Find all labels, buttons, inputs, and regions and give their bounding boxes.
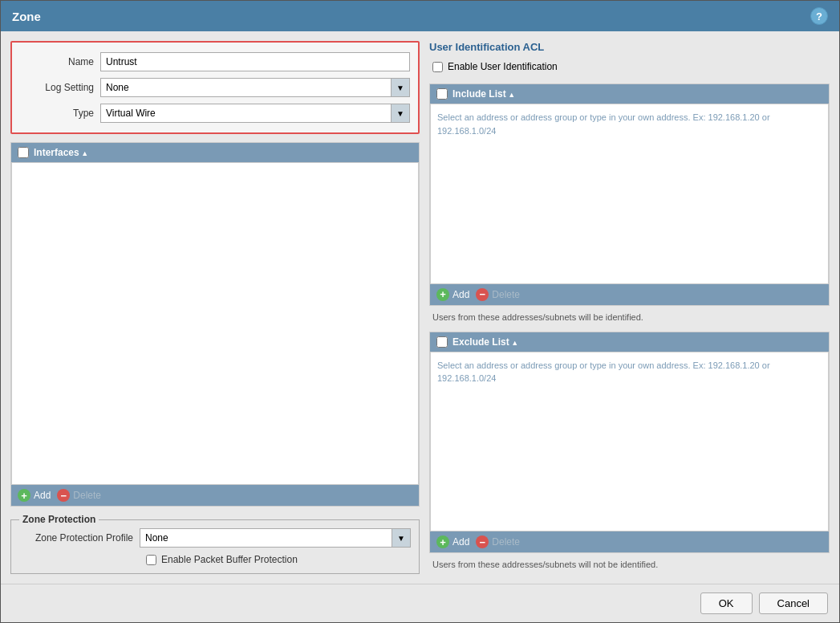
zone-protection-profile-row: Zone Protection Profile None ▼ bbox=[19, 528, 411, 548]
help-icon: ? bbox=[816, 10, 822, 22]
enable-user-id-row: Enable User Identification bbox=[432, 61, 830, 72]
zone-protection-title: Zone Protection bbox=[19, 514, 99, 525]
include-list-sort-icon[interactable] bbox=[506, 88, 515, 100]
exclude-list-toolbar: + Add − Delete bbox=[430, 531, 829, 552]
name-row: Name bbox=[20, 52, 410, 71]
interfaces-delete-button[interactable]: − Delete bbox=[57, 489, 101, 502]
include-delete-button[interactable]: − Delete bbox=[476, 288, 520, 301]
exclude-delete-button[interactable]: − Delete bbox=[476, 535, 520, 548]
zone-protection-select[interactable]: None bbox=[140, 528, 411, 548]
exclude-add-button[interactable]: + Add bbox=[436, 535, 469, 548]
exclude-list-sort-icon[interactable] bbox=[509, 336, 518, 348]
add-icon: + bbox=[18, 489, 30, 502]
zone-protection-profile-label: Zone Protection Profile bbox=[19, 532, 140, 544]
cancel-button[interactable]: Cancel bbox=[759, 592, 828, 614]
add-label: Add bbox=[34, 490, 51, 501]
type-label: Type bbox=[20, 108, 100, 119]
interfaces-select-all-checkbox[interactable] bbox=[18, 147, 29, 158]
exclude-delete-label: Delete bbox=[492, 536, 520, 548]
include-list-body: Select an address or address group or ty… bbox=[430, 104, 829, 284]
name-label: Name bbox=[20, 56, 100, 67]
zone-protection-wrapper: Zone Protection Zone Protection Profile … bbox=[10, 515, 420, 574]
dialog-content: Name Log Setting None ▼ Type bbox=[1, 31, 839, 584]
include-delete-label: Delete bbox=[492, 289, 520, 300]
enable-packet-buffer-label: Enable Packet Buffer Protection bbox=[161, 554, 298, 565]
ok-button[interactable]: OK bbox=[700, 592, 753, 614]
log-setting-row: Log Setting None ▼ bbox=[20, 78, 410, 97]
include-list-label: Include List bbox=[452, 88, 515, 100]
include-add-label: Add bbox=[452, 289, 469, 300]
include-list-select-all-checkbox[interactable] bbox=[436, 88, 448, 100]
include-add-icon: + bbox=[436, 288, 449, 301]
include-list-section: Include List Select an address or addres… bbox=[429, 83, 830, 306]
include-list-toolbar: + Add − Delete bbox=[430, 284, 829, 305]
log-setting-label: Log Setting bbox=[20, 82, 100, 93]
exclude-list-header: Exclude List bbox=[430, 332, 829, 352]
delete-icon: − bbox=[57, 489, 70, 502]
interfaces-table: Interfaces + Add − Delete bbox=[10, 142, 420, 507]
exclude-add-icon: + bbox=[436, 535, 449, 548]
include-list-note: Users from these addresses/subnets will … bbox=[429, 311, 830, 324]
right-panel: User Identification ACL Enable User Iden… bbox=[429, 41, 830, 574]
interfaces-toolbar: + Add − Delete bbox=[11, 485, 419, 506]
title-bar: Zone ? bbox=[1, 1, 839, 31]
interfaces-section: Interfaces + Add − Delete bbox=[10, 142, 420, 507]
include-list-header: Include List bbox=[430, 84, 829, 104]
help-button[interactable]: ? bbox=[810, 7, 828, 25]
zone-protection-box: Zone Protection Zone Protection Profile … bbox=[10, 519, 420, 574]
dialog-footer: OK Cancel bbox=[1, 584, 839, 622]
user-id-acl-title: User Identification ACL bbox=[429, 41, 830, 53]
interfaces-add-button[interactable]: + Add bbox=[18, 489, 51, 502]
log-setting-select[interactable]: None bbox=[100, 78, 410, 97]
packet-buffer-row: Enable Packet Buffer Protection bbox=[146, 554, 411, 565]
zone-dialog: Zone ? Name Log Setting None bbox=[0, 0, 840, 623]
enable-user-id-checkbox[interactable] bbox=[432, 62, 443, 72]
interfaces-header: Interfaces bbox=[11, 143, 419, 162]
interfaces-label: Interfaces bbox=[34, 147, 88, 158]
enable-packet-buffer-checkbox[interactable] bbox=[146, 555, 156, 565]
exclude-add-label: Add bbox=[452, 536, 469, 548]
exclude-delete-icon: − bbox=[476, 535, 489, 548]
interfaces-table-body bbox=[11, 162, 419, 485]
log-setting-select-wrap: None ▼ bbox=[100, 78, 410, 97]
enable-user-id-label: Enable User Identification bbox=[448, 61, 558, 72]
interfaces-sort-icon[interactable] bbox=[79, 147, 88, 158]
exclude-list-label: Exclude List bbox=[452, 336, 518, 348]
exclude-list-select-all-checkbox[interactable] bbox=[436, 336, 448, 348]
form-box: Name Log Setting None ▼ Type bbox=[10, 41, 420, 134]
include-list-hint: Select an address or address group or ty… bbox=[431, 104, 828, 144]
exclude-list-hint: Select an address or address group or ty… bbox=[431, 352, 828, 392]
type-row: Type Virtual Wire ▼ bbox=[20, 104, 410, 123]
exclude-list-section: Exclude List Select an address or addres… bbox=[429, 332, 830, 554]
exclude-list-body: Select an address or address group or ty… bbox=[430, 352, 829, 532]
type-select[interactable]: Virtual Wire bbox=[100, 104, 410, 123]
type-select-wrap: Virtual Wire ▼ bbox=[100, 104, 410, 123]
delete-label: Delete bbox=[73, 490, 101, 501]
exclude-list-note: Users from these addresses/subnets will … bbox=[429, 558, 830, 571]
dialog-title: Zone bbox=[12, 10, 41, 23]
include-add-button[interactable]: + Add bbox=[436, 288, 469, 301]
zone-protection-select-wrap: None ▼ bbox=[140, 528, 411, 548]
include-delete-icon: − bbox=[476, 288, 489, 301]
left-panel: Name Log Setting None ▼ Type bbox=[10, 41, 420, 574]
name-input[interactable] bbox=[100, 52, 410, 71]
